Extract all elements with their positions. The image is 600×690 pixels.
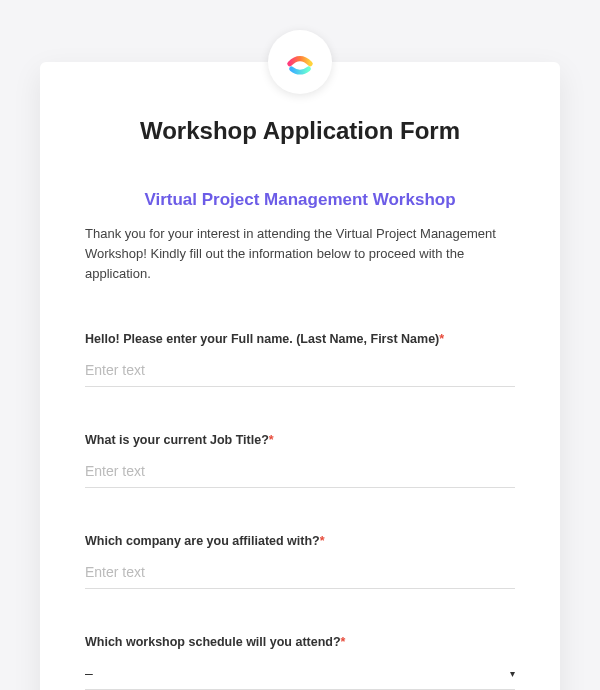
fullname-label: Hello! Please enter your Full name. (Las… <box>85 332 515 346</box>
company-label: Which company are you affiliated with?* <box>85 534 515 548</box>
schedule-select[interactable]: – ▾ <box>85 659 515 690</box>
jobtitle-input[interactable] <box>85 457 515 488</box>
required-marker: * <box>341 635 346 649</box>
company-input[interactable] <box>85 558 515 589</box>
company-label-text: Which company are you affiliated with? <box>85 534 320 548</box>
field-schedule: Which workshop schedule will you attend?… <box>85 635 515 690</box>
page-title: Workshop Application Form <box>85 117 515 145</box>
workshop-subtitle: Virtual Project Management Workshop <box>85 190 515 210</box>
field-jobtitle: What is your current Job Title?* <box>85 433 515 488</box>
jobtitle-label-text: What is your current Job Title? <box>85 433 269 447</box>
form-card: Workshop Application Form Virtual Projec… <box>40 62 560 690</box>
required-marker: * <box>320 534 325 548</box>
required-marker: * <box>269 433 274 447</box>
schedule-label: Which workshop schedule will you attend?… <box>85 635 515 649</box>
field-company: Which company are you affiliated with?* <box>85 534 515 589</box>
schedule-selected-value: – <box>85 665 93 681</box>
clickup-logo-icon <box>283 45 317 79</box>
schedule-label-text: Which workshop schedule will you attend? <box>85 635 341 649</box>
logo-badge <box>268 30 332 94</box>
intro-text: Thank you for your interest in attending… <box>85 224 515 284</box>
chevron-down-icon: ▾ <box>510 668 515 679</box>
fullname-label-text: Hello! Please enter your Full name. (Las… <box>85 332 439 346</box>
jobtitle-label: What is your current Job Title?* <box>85 433 515 447</box>
required-marker: * <box>439 332 444 346</box>
field-fullname: Hello! Please enter your Full name. (Las… <box>85 332 515 387</box>
fullname-input[interactable] <box>85 356 515 387</box>
